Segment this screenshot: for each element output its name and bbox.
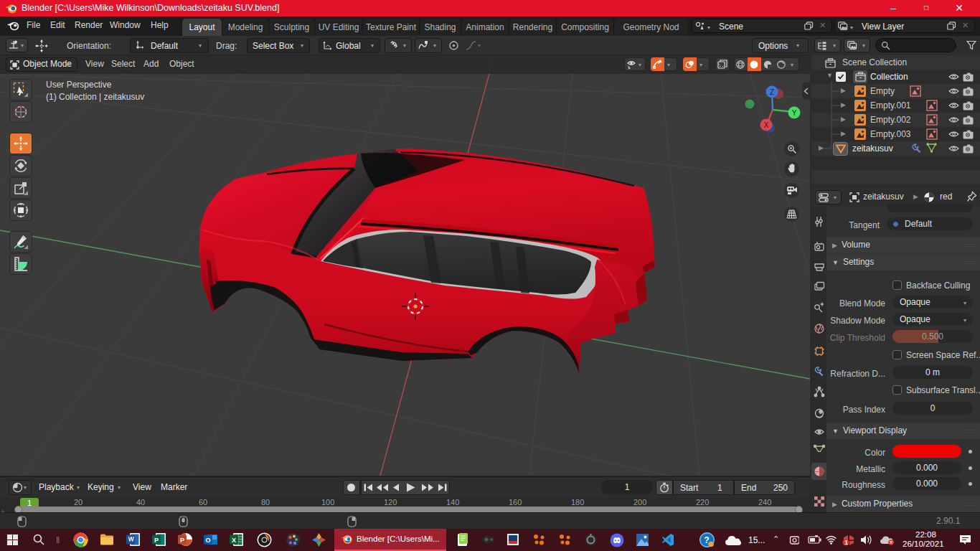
svg-text:O: O [206,537,211,544]
svg-text:Z: Z [770,88,774,96]
svg-text:P: P [180,537,184,544]
svg-text:X: X [232,537,236,544]
svg-text:Y: Y [792,109,797,117]
svg-text:X: X [764,121,769,129]
svg-text:P: P [154,537,159,544]
svg-text:1: 1 [844,539,848,546]
